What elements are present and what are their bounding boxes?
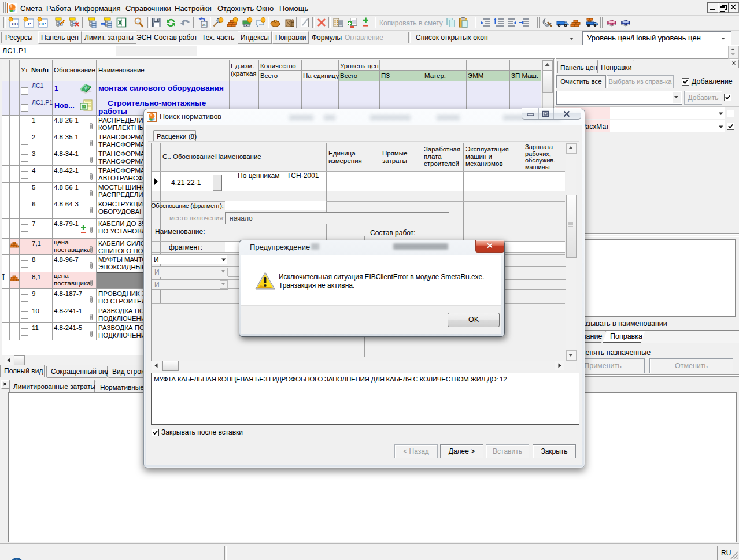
- svg-text:Р: Р: [28, 21, 31, 27]
- svg-text:ЛС: ЛС: [12, 21, 19, 27]
- svg-text:ПР: ПР: [39, 21, 46, 27]
- svg-text:P: P: [83, 105, 85, 109]
- svg-text:ж: ж: [202, 22, 206, 27]
